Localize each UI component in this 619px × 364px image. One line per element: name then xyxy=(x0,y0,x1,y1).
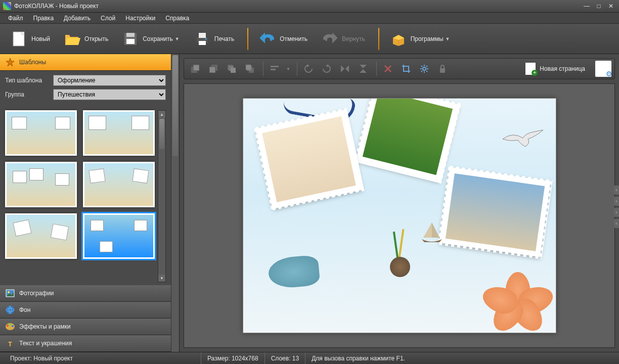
side-tab[interactable]: ‹ xyxy=(614,219,619,228)
app-icon xyxy=(3,2,11,10)
menu-help[interactable]: Справка xyxy=(161,14,193,23)
new-page-button[interactable]: Новая страница xyxy=(520,61,590,77)
fish-clipart[interactable] xyxy=(267,255,320,289)
print-button[interactable]: Печать xyxy=(188,27,240,51)
svg-line-51 xyxy=(426,71,427,72)
lock-icon[interactable] xyxy=(434,61,451,77)
menu-add[interactable]: Добавить xyxy=(60,14,95,23)
svg-marker-37 xyxy=(307,64,310,67)
template-thumb[interactable] xyxy=(5,162,77,207)
seagull-clipart[interactable] xyxy=(500,129,546,149)
redo-label: Вернуть xyxy=(342,35,365,42)
delete-icon[interactable] xyxy=(380,61,396,77)
new-page-icon xyxy=(525,63,536,75)
svg-rect-31 xyxy=(231,68,236,73)
sailboat-clipart[interactable] xyxy=(419,220,445,245)
photo-frame[interactable] xyxy=(439,168,550,257)
align-icon[interactable] xyxy=(267,61,283,77)
template-thumb[interactable] xyxy=(83,162,155,207)
canvas[interactable] xyxy=(243,98,556,333)
open-button[interactable]: Открыть xyxy=(58,27,114,51)
save-button[interactable]: Сохранить ▼ xyxy=(116,27,186,51)
svg-point-16 xyxy=(8,291,10,293)
open-label: Открыть xyxy=(84,35,108,42)
programs-button[interactable]: Программы ▼ xyxy=(384,27,457,51)
flip-horizontal-icon[interactable] xyxy=(337,61,353,77)
flip-vertical-icon[interactable] xyxy=(355,61,371,77)
new-button[interactable]: Новый xyxy=(5,27,56,51)
minimize-button[interactable]: — xyxy=(582,2,592,10)
programs-dropdown-icon[interactable]: ▼ xyxy=(446,36,451,41)
svg-line-50 xyxy=(421,66,422,67)
crop-icon[interactable] xyxy=(398,61,414,77)
svg-point-10 xyxy=(205,38,206,39)
canvas-area: ▼ Новая страница xyxy=(180,54,619,352)
group-select[interactable]: Путешествия xyxy=(53,89,166,100)
status-project: Проект: Новый проект xyxy=(4,352,201,364)
template-thumb[interactable] xyxy=(5,213,77,259)
titlebar: ФотоКОЛЛАЖ - Новый проект — □ ✕ xyxy=(0,0,619,13)
redo-icon xyxy=(322,31,338,47)
print-label: Печать xyxy=(214,35,234,42)
bring-front-icon[interactable] xyxy=(187,61,203,77)
text-label: Текст и украшения xyxy=(19,340,72,347)
rotate-right-icon[interactable] xyxy=(319,61,335,77)
svg-rect-8 xyxy=(199,33,206,38)
align-dropdown-icon[interactable]: ▼ xyxy=(285,61,292,77)
scroll-down-icon[interactable]: ▼ xyxy=(158,275,165,282)
photo-frame[interactable] xyxy=(356,98,458,181)
group-label: Группа xyxy=(5,91,53,98)
new-page-label: Новая страница xyxy=(540,65,585,72)
accordion-background[interactable]: Фон xyxy=(0,302,171,318)
settings-icon[interactable] xyxy=(416,61,432,77)
flower-clipart[interactable] xyxy=(485,272,551,328)
scrollbar-thumb[interactable] xyxy=(159,119,164,149)
page-settings-button[interactable] xyxy=(595,61,611,77)
svg-marker-55 xyxy=(423,222,432,238)
menu-settings[interactable]: Настройки xyxy=(121,14,159,23)
menu-layer[interactable]: Слой xyxy=(97,14,119,23)
svg-line-52 xyxy=(426,66,427,67)
save-icon xyxy=(122,31,139,47)
save-label: Сохранить xyxy=(143,35,173,42)
send-backward-icon[interactable] xyxy=(242,61,258,77)
scroll-up-icon[interactable]: ▲ xyxy=(158,111,165,118)
accordion-templates[interactable]: Шаблоны xyxy=(0,54,171,71)
menu-file[interactable]: Файл xyxy=(4,14,27,23)
template-scrollbar[interactable]: ▲ ▼ xyxy=(158,110,166,282)
accordion-photos[interactable]: Фотографии xyxy=(0,285,171,302)
side-tab[interactable]: ‹ xyxy=(614,208,619,217)
statusbar: Проект: Новый проект Размер: 1024x768 Сл… xyxy=(0,352,619,364)
svg-marker-40 xyxy=(345,65,349,72)
rotate-left-icon[interactable] xyxy=(300,61,317,77)
templates-label: Шаблоны xyxy=(19,59,46,66)
save-dropdown-icon[interactable]: ▼ xyxy=(175,36,180,41)
template-type-select[interactable]: Оформление xyxy=(53,75,166,86)
close-button[interactable]: ✕ xyxy=(606,2,616,10)
globe-icon xyxy=(5,305,15,315)
template-thumb-selected[interactable] xyxy=(83,213,155,259)
template-thumb[interactable] xyxy=(5,110,77,156)
menubar: Файл Правка Добавить Слой Настройки Спра… xyxy=(0,13,619,24)
undo-button[interactable]: Отменить xyxy=(253,27,314,51)
send-back-icon[interactable] xyxy=(205,61,222,77)
side-tab[interactable]: ‹ xyxy=(614,197,619,206)
accordion-text[interactable]: T Текст и украшения xyxy=(0,335,171,352)
template-thumb[interactable] xyxy=(83,110,155,156)
svg-rect-34 xyxy=(246,65,251,70)
coconut-clipart[interactable] xyxy=(390,257,410,277)
redo-button[interactable]: Вернуть xyxy=(316,27,371,51)
separator xyxy=(263,62,263,76)
canvas-viewport[interactable] xyxy=(184,83,615,348)
bring-forward-icon[interactable] xyxy=(224,61,240,77)
separator xyxy=(376,62,377,76)
accordion-effects[interactable]: Эффекты и рамки xyxy=(0,318,171,335)
side-tab[interactable]: ‹ xyxy=(614,186,619,195)
maximize-button[interactable]: □ xyxy=(594,2,604,10)
template-type-label: Тип шаблона xyxy=(5,77,53,84)
scrollbar-thumb[interactable] xyxy=(172,55,178,156)
menu-edit[interactable]: Правка xyxy=(29,14,58,23)
photo-frame[interactable] xyxy=(256,110,362,208)
svg-rect-54 xyxy=(440,68,445,73)
panel-scrollbar[interactable] xyxy=(171,54,179,352)
